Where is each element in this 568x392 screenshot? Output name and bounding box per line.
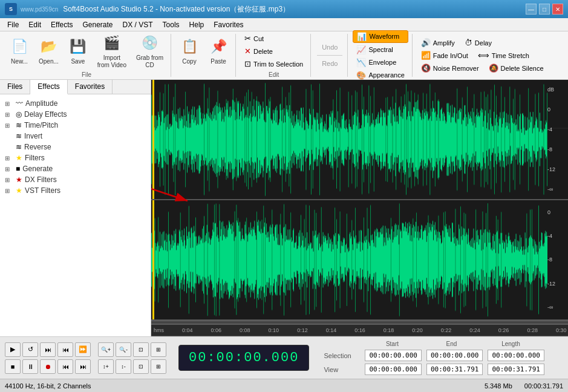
spectral-label: Spectral [368, 46, 393, 53]
tree-amplitude[interactable]: ⊞ 〰 Amplitude [2, 98, 148, 109]
fast-forward-button[interactable]: ⏩ [75, 342, 91, 357]
menu-effects[interactable]: Effects [46, 19, 77, 30]
tree-reverse[interactable]: ≋ Reverse [2, 142, 148, 152]
expand-delay[interactable]: ⊞ [5, 111, 13, 118]
tl-0:24: 0:24 [469, 327, 480, 333]
menu-help[interactable]: Help [184, 19, 209, 30]
delay-button[interactable]: ⏱ Delay [461, 37, 495, 48]
menu-tools[interactable]: Tools [158, 19, 184, 30]
open-button[interactable]: 📂 Open... [35, 34, 62, 68]
start-marker-bottom [152, 200, 154, 319]
tl-0:20: 0:20 [412, 327, 423, 333]
waveform-button[interactable]: 📊 Waveform [353, 30, 408, 43]
stop-button[interactable]: ■ [5, 359, 21, 374]
menu-edit[interactable]: Edit [24, 19, 46, 30]
db-bot-3: -12 [547, 281, 566, 287]
expand-generate[interactable]: ⊞ [5, 166, 13, 172]
fade-button[interactable]: 📶 Fade In/Out [417, 50, 472, 61]
grab-cd-label: Grab fromCD [136, 54, 163, 69]
expand-amplitude[interactable]: ⊞ [5, 100, 13, 107]
fast-rewind-button[interactable]: ⏮ [57, 342, 73, 357]
undo-label: Undo [322, 44, 338, 51]
menu-favorites[interactable]: Favorites [209, 19, 248, 30]
selection-label: Selection [324, 352, 360, 359]
appearance-label: Appearance [368, 71, 404, 79]
noise-remover-button[interactable]: 🔇 Noise Remover [417, 62, 483, 74]
spectral-button[interactable]: 📈 Spectral [353, 44, 408, 56]
tree-invert[interactable]: ≋ Invert [2, 131, 148, 142]
sidebar: Files Effects Favorites ⊞ 〰 Amplitude ⊞ … [0, 80, 151, 336]
generate-label: Generate [22, 165, 53, 173]
length-header: Length [483, 341, 538, 347]
redo-button[interactable]: Redo [317, 59, 342, 68]
transport-buttons: ▶ ↺ ⏭ ⏮ ⏩ ■ ⏸ ⏺ ⏮ ⏭ [5, 342, 91, 374]
zoom-all-button[interactable]: ⊞ [151, 342, 166, 357]
close-button[interactable]: ✕ [552, 4, 563, 15]
expand-vst[interactable]: ⊞ [5, 188, 13, 194]
grab-cd-button[interactable]: 💿 Grab fromCD [132, 31, 167, 71]
menu-dx-vst[interactable]: DX / VST [118, 19, 158, 30]
import-video-button[interactable]: 🎬 Importfrom Video [94, 31, 130, 71]
zoom-reset-button[interactable]: ⊞ [151, 359, 166, 374]
waveform-track-bottom[interactable]: 0 -4 -8 -12 -∞ [151, 200, 568, 321]
tab-effects[interactable]: Effects [30, 80, 67, 94]
zoom-in-button[interactable]: 🔍+ [98, 342, 114, 357]
envelope-button[interactable]: 📉 Envelope [353, 57, 408, 68]
cut-button[interactable]: ✂ Cut [241, 33, 267, 44]
delay-effects-label: Delay Effects [24, 110, 67, 119]
delay-effects-icon: ◎ [16, 110, 22, 119]
delete-silence-button[interactable]: 🔕 Delete Silence [485, 62, 547, 74]
zoom-in-v-button[interactable]: ↕+ [98, 359, 114, 374]
zoom-out-v-button[interactable]: ↕- [116, 359, 131, 374]
record-button[interactable]: ⏺ [40, 359, 56, 374]
tree-delay-effects[interactable]: ⊞ ◎ Delay Effects [2, 109, 148, 120]
tree-vst-filters[interactable]: ⊞ ★ VST Filters [2, 185, 148, 196]
dx-filters-label: DX Filters [25, 175, 57, 184]
minimize-button[interactable]: — [526, 4, 537, 15]
amplify-button[interactable]: 🔊 Amplify [417, 37, 459, 48]
tree-time-pitch[interactable]: ⊞ ≋ Time/Pitch [2, 120, 148, 131]
new-label: New... [11, 58, 28, 65]
toolbar-undoredo-group: Undo Redo [312, 34, 348, 77]
save-button[interactable]: 💾 Save [65, 34, 91, 68]
selection-start: 00:00:00.000 [365, 350, 421, 361]
loop-button[interactable]: ↺ [22, 342, 38, 357]
menu-generate[interactable]: Generate [78, 19, 118, 30]
zoom-selection-button[interactable]: ⊡ [133, 342, 149, 357]
window-title: Soft4Boost Audio Studio 5.2 - Non-activa… [63, 4, 526, 15]
new-button[interactable]: 📄 New... [6, 34, 33, 68]
zoom-fit-button[interactable]: ⊡ [133, 359, 149, 374]
play-button[interactable]: ▶ [5, 342, 21, 357]
skip-start-button[interactable]: ⏮ [57, 359, 73, 374]
expand-time-pitch[interactable]: ⊞ [5, 122, 13, 129]
envelope-icon: 📉 [356, 58, 366, 67]
skip-end-button[interactable]: ⏭ [75, 359, 91, 374]
menu-file[interactable]: File [2, 19, 24, 30]
delete-button[interactable]: ✕ Delete [241, 45, 276, 57]
expand-filters[interactable]: ⊞ [5, 155, 13, 162]
waveform-track-top[interactable]: dB 0 -4 -8 -12 -∞ [151, 80, 568, 200]
maximize-button[interactable]: □ [539, 4, 550, 15]
tree-filters[interactable]: ⊞ ★ Filters [2, 152, 148, 163]
paste-button[interactable]: 📌 Paste [205, 34, 232, 68]
file-size: 5.348 Mb [485, 382, 512, 390]
trim-button[interactable]: ⊡ Trim to Selection [241, 58, 307, 70]
tl-0:04: 0:04 [182, 327, 193, 333]
copy-button[interactable]: 📋 Copy [176, 34, 203, 68]
tree-dx-filters[interactable]: ⊞ ★ DX Filters [2, 174, 148, 185]
undo-button[interactable]: Undo [317, 42, 342, 52]
zoom-out-button[interactable]: 🔍- [116, 342, 131, 357]
toolbar-clipboard-group: 📋 Copy 📌 Paste [172, 34, 236, 77]
open-icon: 📂 [39, 37, 58, 56]
delay-label: Delay [475, 39, 492, 47]
time-stretch-button[interactable]: ⟺ Time Stretch [474, 50, 533, 61]
pause-button[interactable]: ⏸ [22, 359, 38, 374]
tab-files[interactable]: Files [0, 80, 30, 94]
tab-favorites[interactable]: Favorites [68, 80, 113, 94]
tree-generate[interactable]: ⊞ ■ Generate [2, 163, 148, 174]
tl-0:22: 0:22 [441, 327, 452, 333]
expand-dx[interactable]: ⊞ [5, 177, 13, 183]
view-length: 00:00:31.791 [488, 364, 544, 375]
appearance-button[interactable]: 🎨 Appearance [353, 70, 408, 81]
skip-to-end-button[interactable]: ⏭ [40, 342, 56, 357]
